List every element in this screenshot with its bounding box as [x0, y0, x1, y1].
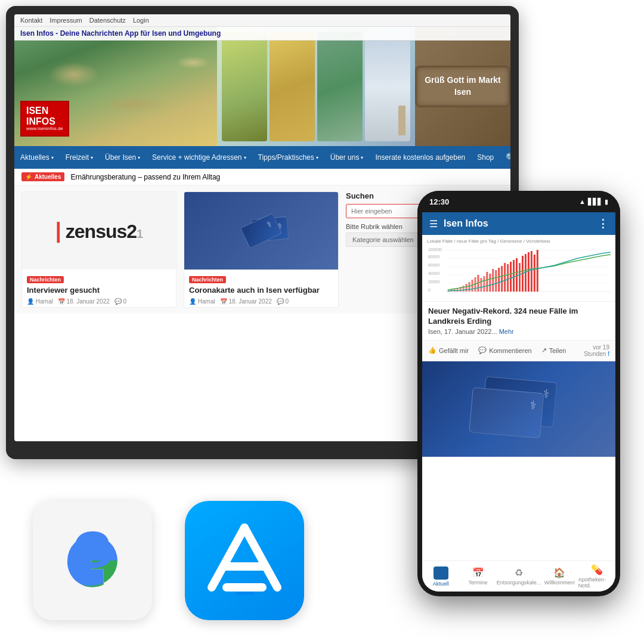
apple-app-store-icon[interactable]	[185, 501, 304, 620]
svg-line-45	[244, 528, 277, 587]
svg-text:100000: 100000	[428, 247, 442, 252]
nav-arrow-freizeit: ▾	[91, 155, 93, 160]
app-article-location: Isen, 17. Januar 2022... Mehr	[428, 328, 609, 335]
svg-rect-23	[480, 278, 482, 292]
svg-rect-18	[466, 284, 467, 292]
social-time: vor 19 Stunden f	[575, 344, 609, 357]
phone-screen: ☰ Isen Infos ⋮ Lokale Fälle / neue Fälle…	[422, 212, 615, 592]
svg-rect-24	[483, 276, 485, 292]
phone: 12:30 ▲ ▋▋▋ ▮ ☰ Isen Infos ⋮ Lokale Fäll…	[417, 191, 620, 596]
breaking-text: Ernährungsberatung – passend zu Ihrem Al…	[70, 173, 220, 181]
nav-entsorgung[interactable]: ♻ Entsorgungskale...	[497, 561, 541, 592]
termine-icon: 📅	[472, 567, 484, 578]
nav-ueber-isen[interactable]: Über Isen ▾	[99, 146, 146, 169]
nav-service[interactable]: Service + wichtige Adressen ▾	[146, 146, 252, 169]
banner-photo-1	[222, 32, 267, 141]
google-g-logo: G	[57, 525, 128, 596]
nav-aktuell[interactable]: ≡ Aktuell	[422, 561, 459, 592]
nav-arrow-tipps: ▾	[316, 155, 318, 160]
svg-line-44	[212, 528, 244, 587]
article-corona: Nachrichten Coronakarte auch in Isen ver…	[184, 191, 339, 308]
svg-text:0: 0	[428, 288, 431, 292]
like-icon: 👍	[428, 346, 436, 354]
nav-freizeit[interactable]: Freizeit ▾	[60, 146, 99, 169]
hamburger-menu-icon[interactable]: ☰	[429, 218, 438, 230]
search-icon: 🔍	[506, 153, 510, 162]
svg-rect-26	[489, 274, 491, 292]
article-author-1: 👤 Hamal	[27, 298, 53, 305]
article-title-1: Interviewer gesucht	[27, 286, 171, 296]
phone-status-bar: 12:30 ▲ ▋▋▋ ▮	[417, 191, 620, 212]
chart-legend: Lokale Fälle / neue Fälle pro Tag / Gene…	[427, 239, 611, 244]
battery-icon: ▮	[605, 198, 608, 206]
topbar-impressum[interactable]: Impressum	[49, 17, 82, 24]
comment-button[interactable]: 💬 Kommentieren	[478, 346, 532, 354]
app-article: Neuer Negativ-Rekord. 324 neue Fälle im …	[422, 302, 615, 340]
app-chart: Lokale Fälle / neue Fälle pro Tag / Gene…	[422, 235, 615, 302]
corona-card-back	[469, 387, 544, 438]
svg-rect-36	[519, 263, 521, 292]
svg-rect-30	[501, 266, 503, 292]
article-title-2: Coronakarte auch in Isen verfügbar	[189, 286, 333, 296]
app-card-image	[422, 361, 615, 457]
banner-photo-3	[317, 32, 363, 141]
svg-rect-28	[495, 270, 497, 292]
app-header: ☰ Isen Infos ⋮	[422, 212, 615, 235]
svg-rect-29	[498, 268, 500, 292]
banner-headline: Isen Infos - Deine Nachrichten App für I…	[20, 29, 221, 38]
article-tag-nachrichten-2: Nachrichten	[189, 276, 226, 283]
phone-time: 12:30	[429, 197, 449, 206]
more-options-icon[interactable]: ⋮	[597, 217, 608, 230]
svg-text:40000: 40000	[428, 271, 439, 275]
topbar-login[interactable]: Login	[133, 17, 149, 24]
comment-icon: 💬	[478, 346, 487, 354]
phone-frame: 12:30 ▲ ▋▋▋ ▮ ☰ Isen Infos ⋮ Lokale Fäll…	[417, 191, 620, 596]
signal-icon: ▋▋▋	[588, 198, 602, 206]
nav-inserate[interactable]: Inserate kostenlos aufgeben	[369, 146, 471, 169]
nav-termine[interactable]: 📅 Termine	[459, 561, 496, 592]
article-zensus: | zensus21 Nachrichten Interviewer gesuc…	[21, 191, 177, 308]
gruss-gott-sign: Grüß Gott im Markt Isen	[415, 66, 510, 107]
nav-shop[interactable]: Shop	[471, 146, 500, 169]
topbar-datenschutz[interactable]: Datenschutz	[89, 17, 126, 24]
google-play-icon[interactable]: G	[33, 501, 152, 620]
entsorgung-icon: ♻	[515, 567, 523, 578]
article-tag-nachrichten-1: Nachrichten	[27, 276, 64, 283]
share-icon: ↗	[541, 346, 547, 354]
nav-tipps[interactable]: Tipps/Praktisches ▾	[252, 146, 324, 169]
svg-rect-40	[531, 251, 532, 292]
app-article-more-link[interactable]: Mehr	[499, 328, 514, 335]
banner-photo-4	[365, 32, 410, 141]
article-author-2: 👤 Hamal	[189, 298, 215, 305]
nav-willkommen[interactable]: 🏠 Willkommen!	[541, 561, 578, 592]
nav-arrow-uns: ▾	[361, 155, 363, 160]
svg-rect-34	[513, 260, 515, 292]
nav-aktuelles[interactable]: Aktuelles ▾	[14, 146, 60, 169]
phone-corona-cards-visual	[469, 375, 569, 443]
site-topbar: Kontakt Impressum Datenschutz Login	[14, 14, 510, 27]
nav-apotheken[interactable]: 💊 Apotheken-Notd.	[578, 561, 615, 592]
phone-status-icons: ▲ ▋▋▋ ▮	[579, 198, 608, 206]
svg-rect-19	[469, 282, 470, 292]
share-button[interactable]: ↗ Teilen	[541, 346, 566, 354]
apotheken-icon: 💊	[591, 564, 603, 575]
zensus-image: | zensus21	[22, 192, 176, 270]
nav-ueber-uns[interactable]: Über uns ▾	[324, 146, 370, 169]
app-store-logo	[203, 519, 286, 602]
nav-search-button[interactable]: 🔍	[500, 146, 510, 169]
svg-rect-27	[492, 269, 494, 292]
article-comments-1: 💬 0	[114, 298, 126, 305]
isen-infos-logo: ISEN INFOS www.iseninfos.de	[20, 101, 69, 137]
like-button[interactable]: 👍 Gefällt mir	[428, 346, 469, 354]
topbar-kontakt[interactable]: Kontakt	[20, 17, 42, 24]
site-nav: Aktuelles ▾ Freizeit ▾ Über Isen ▾ Servi…	[14, 146, 510, 169]
nav-arrow-ueber: ▾	[138, 155, 140, 160]
corona-image	[184, 192, 338, 270]
corona-cards-visual	[242, 216, 281, 245]
svg-rect-42	[537, 250, 538, 292]
svg-rect-25	[486, 272, 488, 292]
app-social-bar: 👍 Gefällt mir 💬 Kommentieren ↗ Teilen vo…	[422, 340, 615, 361]
svg-text:60000: 60000	[428, 263, 439, 267]
svg-rect-31	[504, 263, 506, 292]
article-comments-2: 💬 0	[277, 298, 289, 305]
